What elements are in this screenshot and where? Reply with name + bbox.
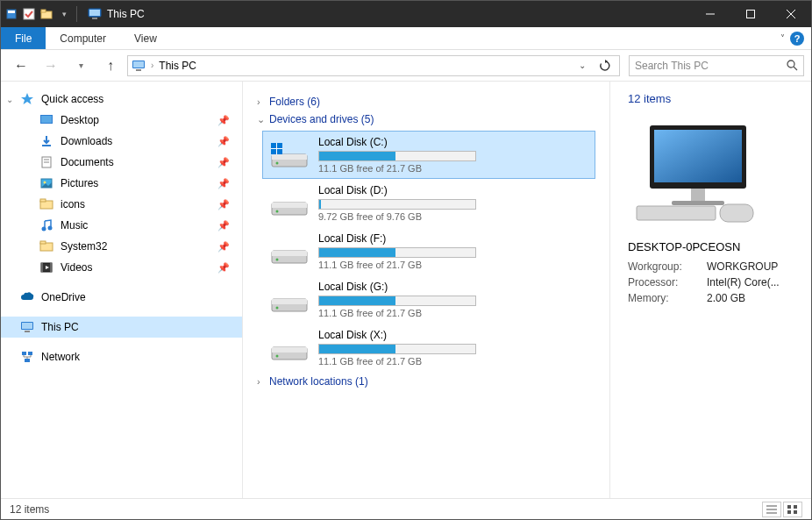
sidebar-label: Network — [41, 351, 80, 363]
folder-icon — [39, 134, 53, 148]
ribbon-tab-view[interactable]: View — [120, 27, 171, 49]
pin-icon: 📌 — [217, 115, 230, 126]
svg-rect-9 — [747, 11, 755, 18]
group-folders[interactable]: › Folders (6) — [257, 96, 595, 108]
svg-rect-2 — [24, 9, 34, 19]
sidebar-item-label: Pictures — [61, 177, 98, 189]
svg-rect-58 — [272, 347, 307, 353]
drive-item[interactable]: Local Disk (G:)11.1 GB free of 21.7 GB — [262, 275, 595, 324]
chevron-down-icon[interactable]: ⌄ — [257, 114, 269, 125]
ribbon-tab-computer[interactable]: Computer — [46, 27, 120, 49]
chevron-right-icon[interactable]: › — [257, 96, 269, 107]
address-bar[interactable]: › This PC ⌄ — [127, 55, 620, 76]
sidebar-item-documents[interactable]: Documents📌 — [1, 152, 242, 173]
svg-rect-37 — [25, 331, 30, 332]
group-network-locations[interactable]: › Network locations (1) — [257, 375, 595, 388]
sidebar-item-pictures[interactable]: Pictures📌 — [1, 173, 242, 194]
drive-name: Local Disk (X:) — [318, 329, 588, 341]
sidebar-item-icons[interactable]: icons📌 — [1, 194, 242, 215]
svg-point-28 — [48, 226, 53, 231]
ribbon-expand-icon[interactable]: ˅ — [780, 33, 785, 43]
nav-toolbar: ← → ▾ ↑ › This PC ⌄ — [1, 50, 811, 82]
view-details-button[interactable] — [762, 502, 781, 517]
view-icons-button[interactable] — [783, 502, 802, 517]
refresh-button[interactable] — [595, 60, 616, 72]
address-history-dropdown[interactable]: ⌄ — [575, 61, 589, 70]
svg-point-53 — [276, 258, 279, 260]
help-icon[interactable]: ? — [790, 32, 804, 46]
sidebar-item-system32[interactable]: System32📌 — [1, 236, 242, 257]
search-input[interactable] — [635, 60, 787, 72]
svg-line-16 — [794, 67, 797, 70]
qat-check-icon[interactable] — [22, 7, 36, 21]
qat-dropdown-icon[interactable]: ▾ — [57, 7, 71, 21]
minimize-button[interactable] — [690, 1, 730, 27]
nav-recent-dropdown[interactable]: ▾ — [68, 53, 94, 78]
sidebar-item-desktop[interactable]: Desktop📌 — [1, 110, 242, 131]
svg-rect-66 — [720, 204, 753, 222]
group-label: Devices and drives (5) — [269, 113, 374, 125]
chevron-down-icon[interactable]: ⌄ — [6, 95, 13, 104]
thispc-titlebar-icon — [88, 7, 102, 21]
sidebar-item-label: Desktop — [61, 114, 99, 126]
drive-item[interactable]: Local Disk (F:)11.1 GB free of 21.7 GB — [262, 227, 595, 275]
svg-rect-42 — [272, 154, 307, 160]
details-computer-name: DESKTOP-0PCEOSN — [628, 240, 799, 253]
sidebar-item-downloads[interactable]: Downloads📌 — [1, 131, 242, 152]
svg-rect-71 — [794, 505, 797, 509]
sidebar-this-pc[interactable]: This PC — [1, 317, 242, 338]
pin-icon: 📌 — [217, 136, 230, 147]
svg-rect-70 — [787, 505, 791, 509]
svg-point-50 — [276, 210, 279, 212]
svg-rect-36 — [22, 323, 32, 329]
svg-rect-34 — [50, 263, 52, 272]
drive-free-text: 9.72 GB free of 9.76 GB — [318, 211, 588, 222]
sidebar-network[interactable]: Network — [1, 346, 242, 367]
sidebar-onedrive[interactable]: OneDrive — [1, 287, 242, 308]
svg-rect-13 — [133, 61, 144, 68]
svg-rect-1 — [8, 11, 15, 13]
content-area: ⌄ Quick access Desktop📌Downloads📌Documen… — [1, 82, 811, 498]
sidebar-quick-access[interactable]: ⌄ Quick access — [1, 89, 242, 110]
details-item-count: 12 items — [628, 92, 799, 105]
svg-rect-63 — [691, 189, 705, 201]
svg-rect-49 — [272, 203, 307, 208]
folder-icon — [39, 218, 53, 232]
drive-item[interactable]: Local Disk (X:)11.1 GB free of 21.7 GB — [262, 324, 595, 372]
svg-rect-64 — [672, 201, 724, 205]
svg-rect-14 — [136, 69, 141, 71]
address-crumb[interactable]: This PC — [159, 60, 196, 72]
maximize-button[interactable] — [730, 1, 771, 27]
svg-rect-33 — [41, 263, 43, 272]
qat-newfolder-icon[interactable] — [39, 7, 53, 21]
drive-icon — [269, 140, 310, 170]
monitor-icon — [20, 320, 34, 334]
sidebar-item-videos[interactable]: Videos📌 — [1, 257, 242, 278]
chevron-right-icon[interactable]: › — [257, 376, 269, 387]
drive-usage-bar — [318, 344, 476, 354]
details-key: Processor: — [628, 274, 707, 290]
nav-up-button[interactable]: ↑ — [97, 53, 124, 78]
svg-rect-72 — [787, 510, 791, 514]
ribbon: File Computer View ˅ ? — [1, 27, 811, 50]
drive-item[interactable]: Local Disk (C:)11.1 GB free of 21.7 GB — [262, 131, 595, 179]
search-box[interactable] — [629, 55, 804, 76]
group-drives[interactable]: ⌄ Devices and drives (5) — [257, 113, 595, 125]
svg-rect-45 — [271, 143, 276, 148]
drive-name: Local Disk (G:) — [318, 281, 588, 293]
ribbon-tab-file[interactable]: File — [1, 27, 46, 49]
close-button[interactable] — [771, 1, 811, 27]
nav-forward-button[interactable]: → — [38, 53, 64, 78]
drive-item[interactable]: Local Disk (D:)9.72 GB free of 9.76 GB — [262, 179, 595, 227]
drive-icon — [269, 189, 310, 218]
nav-sidebar: ⌄ Quick access Desktop📌Downloads📌Documen… — [1, 82, 243, 498]
sidebar-item-music[interactable]: Music📌 — [1, 215, 242, 236]
nav-back-button[interactable]: ← — [8, 53, 34, 78]
sidebar-item-label: Videos — [61, 261, 92, 274]
sidebar-item-label: System32 — [61, 240, 107, 253]
sidebar-label: This PC — [41, 321, 79, 333]
search-icon[interactable] — [787, 60, 798, 71]
sidebar-item-label: Downloads — [61, 135, 112, 147]
svg-rect-40 — [25, 359, 30, 362]
qat-properties-icon[interactable] — [4, 7, 18, 21]
